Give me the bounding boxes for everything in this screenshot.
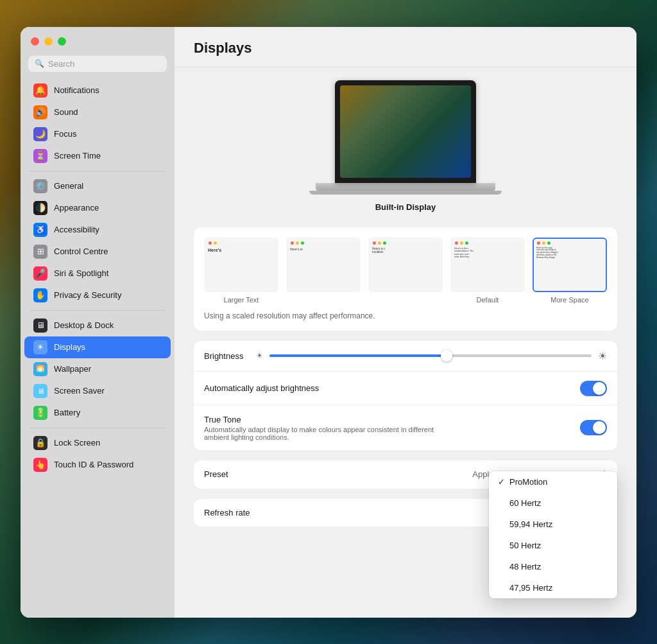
mini-traffic-lights [205, 239, 277, 246]
sidebar-label-screen-time: Screen Time [54, 151, 101, 161]
display-name: Built-in Display [375, 202, 436, 212]
sidebar-item-battery[interactable]: 🔋 Battery [24, 402, 171, 424]
sidebar-label-privacy: Privacy & Security [54, 290, 121, 300]
focus-icon: 🌙 [33, 127, 47, 141]
lock-screen-icon: 🔒 [33, 436, 47, 450]
sidebar-label-general: General [54, 181, 83, 191]
brightness-slider-container: ☀ ☀ [256, 350, 607, 362]
mini-dot-yellow-3 [378, 241, 381, 245]
search-bar[interactable]: 🔍 Search [28, 56, 167, 72]
laptop-display [335, 80, 476, 183]
mini-traffic-lights-more-space [534, 239, 606, 246]
mini-dot-green-more [547, 241, 550, 245]
touch-id-icon: 👆 [33, 458, 47, 472]
dropdown-item-4795hz[interactable]: 47,95 Hertz [489, 577, 617, 598]
mini-dot-red-more [537, 241, 540, 245]
scaled-note: Using a scaled resolution may affect per… [204, 311, 607, 320]
sidebar-item-appearance[interactable]: 🌓 Appearance [24, 197, 171, 219]
sidebar-label-siri: Siri & Spotlight [54, 268, 108, 278]
mini-dot-red-3 [373, 241, 376, 245]
divider-3 [30, 428, 166, 428]
sidebar-item-touch-id[interactable]: 👆 Touch ID & Password [24, 454, 171, 476]
resolution-options: Here's Larger Text Here's to [204, 238, 607, 304]
sidebar-item-notifications[interactable]: 🔔 Notifications [24, 80, 171, 101]
laptop-screen [340, 85, 471, 178]
sidebar-item-general[interactable]: ⚙️ General [24, 175, 171, 197]
notifications-icon: 🔔 [33, 83, 47, 98]
brightness-fill [269, 354, 447, 357]
sidebar-label-lock-screen: Lock Screen [54, 438, 100, 448]
sidebar-section-2: ⚙️ General 🌓 Appearance ♿ Accessibility … [21, 175, 175, 306]
sidebar-item-focus[interactable]: 🌙 Focus [24, 123, 171, 145]
resolution-option-3[interactable]: Here's to ttroublem [368, 238, 443, 304]
resolution-label-default: Default [477, 296, 499, 304]
divider-2 [30, 310, 166, 311]
sidebar-item-privacy[interactable]: ✋ Privacy & Security [24, 284, 171, 306]
sidebar-item-screen-saver[interactable]: 🖥 Screen Saver [24, 380, 171, 402]
brightness-section: Brightness ☀ ☀ Automatically adjust brig… [194, 341, 617, 450]
laptop-notch [398, 80, 413, 85]
refresh-rate-label: Refresh rate [204, 508, 250, 518]
mini-dot-yellow-default [460, 241, 463, 245]
dropdown-label-50hz: 50 Hertz [509, 541, 608, 550]
true-tone-row: True Tone Automatically adapt display to… [194, 406, 617, 450]
dropdown-item-60hz[interactable]: 60 Hertz [489, 492, 617, 514]
sidebar-item-displays[interactable]: ☀ Displays [24, 336, 171, 358]
dropdown-item-5994hz[interactable]: 59,94 Hertz [489, 514, 617, 535]
resolution-option-more-space[interactable]: Here's to the crazyones who see things d… [533, 238, 607, 304]
resolution-option-larger-text[interactable]: Here's Larger Text [204, 238, 278, 304]
sidebar-item-lock-screen[interactable]: 🔒 Lock Screen [24, 432, 171, 454]
maximize-button[interactable] [58, 37, 66, 46]
siri-icon: 🎤 [33, 266, 47, 281]
search-placeholder: Search [48, 59, 74, 69]
dropdown-item-promotion[interactable]: ✓ ProMotion [489, 471, 617, 492]
refresh-rate-dropdown: ✓ ProMotion 60 Hertz 59,94 Hertz 50 Hert… [489, 471, 617, 598]
mini-traffic-lights-3 [370, 239, 441, 246]
accessibility-icon: ♿ [33, 223, 47, 237]
resolution-preview-3: Here's to ttroublem [368, 238, 443, 292]
page-title: Displays [194, 40, 252, 56]
dropdown-item-48hz[interactable]: 48 Hertz [489, 556, 617, 577]
brightness-row: Brightness ☀ ☀ [194, 341, 617, 372]
sidebar-item-siri[interactable]: 🎤 Siri & Spotlight [24, 263, 171, 284]
auto-brightness-label: Automatically adjust brightness [204, 383, 319, 393]
sidebar-item-sound[interactable]: 🔊 Sound [24, 101, 171, 123]
search-icon: 🔍 [35, 59, 44, 68]
traffic-lights [21, 37, 175, 56]
sidebar-item-wallpaper[interactable]: 🌅 Wallpaper [24, 358, 171, 380]
sidebar-label-desktop-dock: Desktop & Dock [54, 320, 114, 330]
close-button[interactable] [31, 37, 39, 46]
mini-traffic-lights-default [452, 239, 524, 246]
sidebar-label-notifications: Notifications [54, 85, 99, 95]
resolution-option-default[interactable]: Here's to the ctroublemakers. Theones wh… [450, 238, 525, 304]
sidebar-item-desktop-dock[interactable]: 🖥 Desktop & Dock [24, 315, 171, 336]
display-preview: Built-in Display [194, 80, 617, 212]
resolution-label-more-space: More Space [550, 296, 588, 304]
wallpaper-icon: 🌅 [33, 362, 47, 376]
brightness-label: Brightness [204, 351, 243, 361]
sidebar-section-1: 🔔 Notifications 🔊 Sound 🌙 Focus ⏳ Screen… [21, 80, 175, 167]
dropdown-item-50hz[interactable]: 50 Hertz [489, 535, 617, 556]
true-tone-label: True Tone [204, 415, 461, 424]
minimize-button[interactable] [44, 37, 53, 46]
true-tone-sublabel: Automatically adapt display to make colo… [204, 426, 461, 441]
true-tone-toggle[interactable] [580, 420, 607, 435]
sidebar-label-wallpaper: Wallpaper [54, 364, 91, 374]
sidebar-item-screen-time[interactable]: ⏳ Screen Time [24, 145, 171, 167]
dropdown-label-48hz: 48 Hertz [509, 562, 608, 571]
main-content: Displays Built-in Display [175, 27, 636, 618]
mini-dot-yellow-2 [296, 241, 299, 245]
resolution-preview-text-default: Here's to the ctroublemakers. Theones wh… [452, 246, 524, 291]
resolution-preview-text-larger: Here's [205, 246, 277, 291]
resolution-option-2[interactable]: Here's to [286, 238, 361, 304]
sidebar-item-accessibility[interactable]: ♿ Accessibility [24, 219, 171, 241]
auto-brightness-toggle[interactable] [580, 381, 607, 396]
resolution-preview-text-3: Here's to ttroublem [370, 246, 441, 291]
resolution-preview-larger-text: Here's [204, 238, 278, 292]
brightness-thumb[interactable] [441, 350, 452, 361]
sound-icon: 🔊 [33, 105, 47, 119]
sidebar-item-control-centre[interactable]: ⊞ Control Centre [24, 241, 171, 263]
preset-label: Preset [204, 469, 228, 479]
privacy-icon: ✋ [33, 288, 47, 302]
brightness-slider[interactable] [269, 354, 592, 357]
